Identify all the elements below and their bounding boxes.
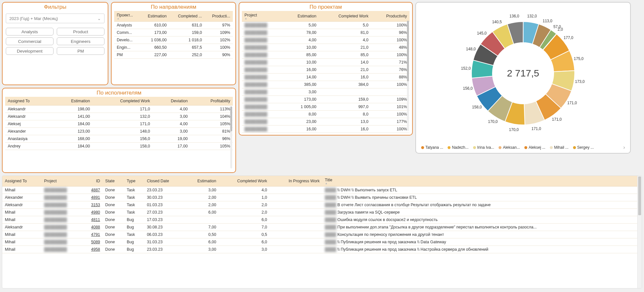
column-header[interactable]: Type bbox=[124, 176, 144, 186]
column-header[interactable]: Productivity bbox=[371, 11, 410, 22]
work-item-id[interactable]: 4811 bbox=[82, 216, 103, 224]
table-row[interactable]: ████████5,005,0100% bbox=[242, 22, 410, 29]
table-row[interactable]: Mihail████████4887DoneTask23.03.233,004,… bbox=[2, 186, 637, 194]
project-name: ████████ bbox=[42, 209, 82, 216]
column-header[interactable]: Assigned To bbox=[2, 176, 42, 186]
legend-item[interactable]: Aleksan... bbox=[499, 145, 520, 150]
work-item-id[interactable]: 4088 bbox=[82, 224, 103, 231]
table-row[interactable]: Andrey184,00158,017,00105% bbox=[5, 143, 233, 150]
table-row[interactable]: Aleksandr198,00171,04,00113% bbox=[5, 106, 233, 113]
table-row[interactable]: ████████10,0014,071% bbox=[242, 59, 410, 66]
table-row[interactable]: ████████8,008,0100% bbox=[242, 111, 410, 118]
column-header[interactable]: Assigned To bbox=[5, 97, 52, 106]
legend-item[interactable]: Mihail ... bbox=[550, 145, 569, 150]
legend-item[interactable]: Nadezh... bbox=[448, 145, 468, 150]
table-row[interactable]: Aleksej184,00171,04,00105% bbox=[5, 120, 233, 128]
legend-item[interactable]: Sergey ... bbox=[573, 145, 594, 150]
filter-button-analysts[interactable]: Analysts bbox=[6, 28, 54, 35]
table-row[interactable]: ████████78,0081,096% bbox=[242, 29, 410, 36]
table-row[interactable]: Aleksandr████████3153DoneTask01.03.232,0… bbox=[2, 201, 637, 209]
work-item-id[interactable]: 5089 bbox=[82, 238, 103, 246]
column-header[interactable]: Completed Work bbox=[319, 11, 371, 22]
filter-button-engineers[interactable]: Engineers bbox=[57, 37, 104, 45]
table-row[interactable]: ████████385,00384,0100% bbox=[242, 81, 410, 88]
column-header[interactable]: Completed Work bbox=[219, 176, 270, 186]
work-item-id[interactable]: 4887 bbox=[82, 186, 103, 194]
column-header[interactable]: Title▲ bbox=[322, 176, 637, 186]
column-header[interactable]: Estimation bbox=[184, 176, 219, 186]
period-dropdown[interactable]: 2023 (Год) + Mar (Месяц) ⌄ bbox=[6, 14, 104, 23]
table-row[interactable]: Engin...660,50657,5100% bbox=[114, 44, 233, 51]
work-item-id[interactable]: 4958 bbox=[82, 246, 103, 253]
work-item-id[interactable]: 4791 bbox=[82, 231, 103, 238]
column-header[interactable]: Completed Work bbox=[93, 97, 153, 106]
table-row[interactable]: Aleksandr141,00132,03,00104% bbox=[5, 113, 233, 120]
table-row[interactable]: Mihail████████5089DoneBug31.03.236,006,0… bbox=[2, 238, 637, 246]
table-row[interactable]: Alexander123,00148,03,0081% bbox=[5, 128, 233, 135]
filter-button-product[interactable]: Product bbox=[57, 28, 104, 35]
table-row[interactable]: ████████173,00159,0109% bbox=[242, 96, 410, 103]
column-header[interactable]: Project bbox=[42, 176, 82, 186]
table-row[interactable]: Develo...1 036,001 018,0102% bbox=[114, 36, 233, 44]
filter-button-commercial[interactable]: Commercial bbox=[6, 37, 54, 45]
filter-button-pm[interactable]: PM bbox=[57, 47, 104, 55]
table-row[interactable]: ████████23,0013,0177% bbox=[242, 118, 410, 126]
table-row[interactable]: Mihail████████4980DoneTask27.03.236,002,… bbox=[2, 209, 637, 216]
table-row[interactable]: ████████3,00 bbox=[242, 88, 410, 96]
cell: 1,0 bbox=[219, 194, 270, 201]
column-header[interactable]: Profitability bbox=[190, 97, 233, 106]
table-row[interactable]: ████████85,0085,0100% bbox=[242, 51, 410, 59]
cell bbox=[270, 186, 322, 194]
table-row[interactable]: Alexander████████4891DoneTask30.03.232,0… bbox=[2, 194, 637, 201]
table-row[interactable]: ████████14,0016,088% bbox=[242, 74, 410, 81]
table-row[interactable]: ████████16,0016,0100% bbox=[242, 126, 410, 133]
table-row[interactable]: Mihail████████4958DoneBug23.03.233,003,0… bbox=[2, 246, 637, 253]
legend-item[interactable]: Tatyana ... bbox=[421, 145, 443, 150]
table-row[interactable]: ████████16,0021,076% bbox=[242, 66, 410, 74]
table-row[interactable]: Mihail████████4811DoneBug17.03.236,0████… bbox=[2, 216, 637, 224]
table-row[interactable]: Mihail████████4791DoneTask06.03.230,500,… bbox=[2, 231, 637, 238]
chevron-right-icon[interactable]: › bbox=[623, 145, 625, 150]
cell: 156,0 bbox=[93, 135, 153, 143]
column-header[interactable]: Проект...▲ bbox=[114, 11, 140, 22]
projects-card: По проектам Project▲EstimationCompleted … bbox=[239, 2, 413, 136]
work-item-title: ████ Ошибка модуля ссылок в docspace2 и … bbox=[322, 216, 637, 224]
table-row[interactable]: Analysts610,00631,097% bbox=[114, 22, 233, 29]
table-row[interactable]: ████████4,004,0100% bbox=[242, 36, 410, 44]
cell: 102% bbox=[204, 36, 233, 44]
table-row[interactable]: PM227,00252,090% bbox=[114, 51, 233, 59]
scrollbar[interactable] bbox=[407, 21, 409, 131]
cell: 01.03.23 bbox=[144, 201, 184, 209]
column-header[interactable]: Estimation bbox=[140, 11, 169, 22]
work-item-id[interactable]: 3153 bbox=[82, 201, 103, 209]
scrollbar[interactable] bbox=[637, 176, 642, 288]
column-header[interactable]: ID bbox=[82, 176, 103, 186]
column-header[interactable]: Completed ... bbox=[169, 11, 205, 22]
legend-item[interactable]: Irina Iva... bbox=[473, 145, 494, 150]
column-header[interactable]: Producti... bbox=[204, 11, 233, 22]
table-row[interactable]: ████████10,0021,048% bbox=[242, 44, 410, 51]
table-row[interactable]: ████████1 005,00997,0101% bbox=[242, 103, 410, 111]
column-header[interactable]: Closed Date bbox=[144, 176, 184, 186]
donut-slice-label: 170,0 bbox=[488, 119, 498, 124]
project-name: ████████ bbox=[242, 118, 283, 126]
cell: 23.03.23 bbox=[144, 186, 184, 194]
cell: 6,00 bbox=[184, 238, 219, 246]
table-row[interactable]: Aleksandr████████4088DoneBug30.08.237,00… bbox=[2, 224, 637, 231]
cell: 1 036,00 bbox=[140, 36, 169, 44]
column-header[interactable]: Estimation bbox=[52, 97, 93, 106]
assignee-name: Alexander bbox=[5, 128, 52, 135]
scrollbar[interactable] bbox=[230, 106, 232, 168]
work-item-id[interactable]: 4980 bbox=[82, 209, 103, 216]
filter-button-development[interactable]: Development bbox=[6, 47, 54, 55]
legend-item[interactable]: Aleksej ... bbox=[524, 145, 545, 150]
table-row[interactable]: Anastasiya168,00156,019,0096% bbox=[5, 135, 233, 143]
column-header[interactable]: State bbox=[103, 176, 124, 186]
column-header[interactable]: In Progress Work bbox=[270, 176, 322, 186]
column-header[interactable]: Deviation bbox=[153, 97, 190, 106]
table-row[interactable]: Comm...173,00159,0109% bbox=[114, 29, 233, 36]
column-header[interactable]: Estimation bbox=[283, 11, 319, 22]
cell: Done bbox=[103, 231, 124, 238]
work-item-id[interactable]: 4891 bbox=[82, 194, 103, 201]
column-header[interactable]: Project▲ bbox=[242, 11, 283, 22]
